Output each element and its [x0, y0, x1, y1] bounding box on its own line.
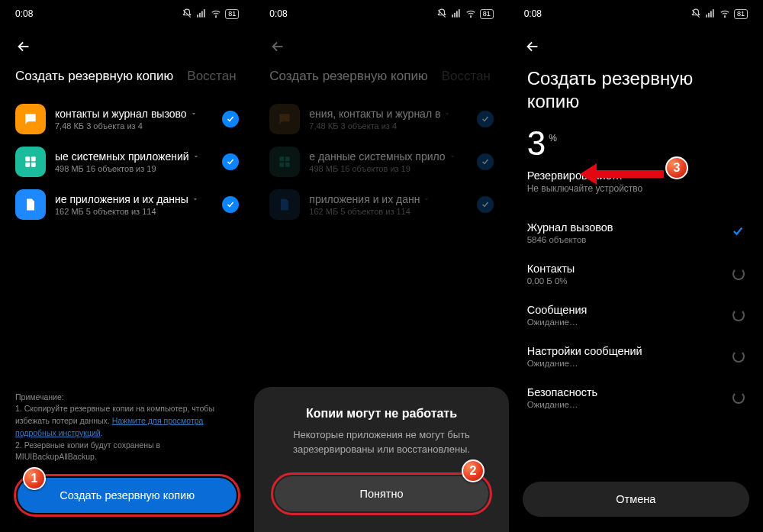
list-item-title: Сообщения [527, 304, 732, 316]
svg-rect-1 [197, 15, 198, 18]
category-apps[interactable]: ие приложения и их данны 162 МБ 5 объект… [8, 183, 246, 226]
svg-rect-3 [201, 11, 203, 18]
svg-rect-9 [31, 163, 36, 167]
spinner-icon [732, 392, 745, 404]
list-item-title: Контакты [527, 263, 732, 275]
wifi-icon [211, 8, 221, 19]
status-time: 0:08 [269, 8, 287, 19]
category-title: ые системных приложений [55, 150, 189, 163]
list-item: СообщенияОжидание… [509, 295, 763, 336]
category-sub: 498 МБ 16 объектов из 19 [309, 164, 467, 173]
list-item-sub: Ожидание… [527, 359, 732, 368]
page-title: Создать резервную копию [509, 64, 763, 113]
chevron-down-icon [443, 110, 451, 118]
back-button[interactable] [254, 27, 508, 64]
svg-rect-22 [708, 13, 710, 18]
spinner-icon [732, 309, 745, 321]
category-sub: 498 МБ 16 объектов из 19 [55, 164, 213, 173]
category-system-apps[interactable]: ые системных приложений 498 МБ 16 объект… [8, 140, 246, 183]
checkbox-checked [477, 111, 494, 127]
chevron-down-icon [449, 153, 456, 160]
dnd-icon [182, 8, 192, 19]
list-item-sub: Ожидание… [527, 400, 732, 409]
note-heading: Примечание: [15, 392, 239, 404]
checkbox-checked[interactable] [222, 111, 239, 127]
category-title: контакты и журнал вызово [55, 108, 187, 120]
ok-button[interactable]: Понятно [275, 476, 488, 511]
category-list: контакты и журнал вызово 7,48 КБ 3 объек… [0, 98, 254, 226]
chat-icon [15, 104, 46, 134]
status-bar: 0:08 81 [0, 0, 254, 27]
dnd-icon [436, 8, 447, 19]
category-list-dimmed: ения, контакты и журнал в7,48 КБ 3 объек… [254, 98, 508, 226]
svg-rect-7 [31, 156, 36, 161]
arrow-left-icon [15, 38, 32, 55]
battery-icon: 81 [734, 9, 748, 19]
list-item: БезопасностьОжидание… [509, 377, 763, 418]
svg-rect-4 [204, 9, 205, 18]
file-icon [269, 189, 300, 220]
back-button[interactable] [509, 27, 763, 64]
category-text: ие приложения и их данны 162 МБ 5 объект… [55, 193, 213, 216]
list-item-title: Настройки сообщений [527, 345, 732, 357]
checkbox-checked[interactable] [222, 196, 239, 213]
battery-icon: 81 [480, 9, 494, 19]
status-time: 0:08 [524, 8, 542, 19]
svg-rect-19 [285, 163, 290, 167]
svg-rect-11 [452, 15, 453, 18]
signal-icon [196, 8, 207, 19]
cancel-button-area: Отмена [523, 482, 749, 517]
svg-rect-17 [285, 156, 290, 161]
check-icon [226, 200, 235, 209]
category-sub: 7,48 КБ 3 объекта из 4 [55, 121, 213, 131]
step-badge-1: 1 [23, 467, 46, 490]
progress-unit: % [549, 133, 557, 143]
list-item: Контакты0,00 Б 0% [509, 253, 763, 295]
category-sub: 162 МБ 5 объектов из 114 [309, 207, 467, 216]
chevron-down-icon [192, 153, 200, 160]
arrow-annotation [580, 163, 664, 185]
tab-backup[interactable]: Создать резервную копию [15, 69, 173, 84]
svg-rect-24 [713, 9, 714, 18]
tab-backup: Создать резервную копию [269, 69, 427, 84]
category-title: ения, контакты и журнал в [309, 108, 440, 120]
check-icon [226, 157, 235, 166]
category-title: е данные системных прило [309, 150, 445, 163]
svg-rect-13 [456, 11, 458, 18]
cancel-button[interactable]: Отмена [523, 482, 749, 517]
checkbox-checked[interactable] [222, 153, 239, 170]
category-contacts[interactable]: контакты и журнал вызово 7,48 КБ 3 объек… [8, 98, 246, 140]
category-title: ие приложения и их данны [55, 193, 188, 205]
check-icon [226, 114, 235, 124]
sheet-text: Некоторые приложения не могут быть зарез… [271, 428, 491, 457]
highlight-ring: Создать резервную копию [14, 474, 240, 517]
status-bar: 0:08 81 [509, 0, 763, 27]
highlight-ring: Понятно [271, 472, 491, 515]
svg-rect-6 [25, 156, 30, 161]
spinner-icon [732, 350, 745, 363]
tab-restore[interactable]: Восстан [187, 69, 236, 84]
list-item-sub: 0,00 Б 0% [527, 276, 732, 285]
category-system-apps: е данные системных прило498 МБ 16 объект… [262, 140, 501, 183]
svg-rect-21 [706, 15, 707, 18]
checkbox-checked [477, 196, 494, 213]
check-icon [481, 200, 490, 209]
check-icon [731, 224, 745, 238]
status-bar: 0:08 81 [254, 0, 508, 27]
category-contacts: ения, контакты и журнал в7,48 КБ 3 объек… [262, 98, 501, 140]
create-backup-button[interactable]: Создать резервную копию [18, 478, 237, 513]
status-icons: 81 [691, 8, 748, 19]
chevron-down-icon [423, 195, 430, 203]
arrow-left-icon [269, 38, 286, 55]
note-line2: 2. Резервные копии будут сохранены в MIU… [15, 440, 239, 464]
tab-restore: Восстан [442, 69, 491, 84]
list-item-title: Безопасность [527, 386, 732, 398]
back-button[interactable] [0, 27, 254, 64]
chevron-down-icon [192, 195, 199, 203]
check-icon [481, 114, 490, 124]
signal-icon [705, 8, 716, 19]
list-item-title: Журнал вызовов [527, 221, 731, 234]
category-text: контакты и журнал вызово 7,48 КБ 3 объек… [55, 108, 213, 131]
category-sub: 7,48 КБ 3 объекта из 4 [309, 121, 467, 131]
step-badge-2: 2 [462, 459, 485, 482]
